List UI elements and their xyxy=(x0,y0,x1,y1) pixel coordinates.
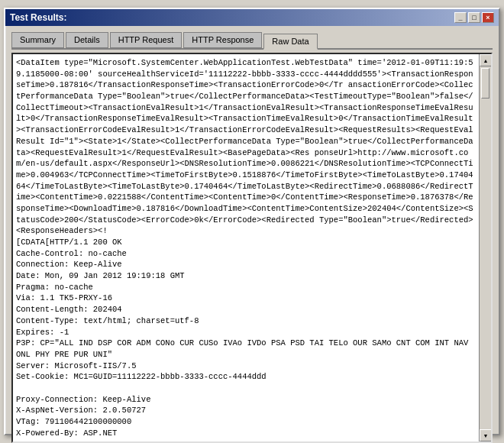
tab-raw-data[interactable]: Raw Data xyxy=(263,34,317,50)
tab-details[interactable]: Details xyxy=(66,32,108,48)
window-close-button[interactable]: × xyxy=(482,12,494,23)
window-body: Summary Details HTTP Request HTTP Respon… xyxy=(5,26,499,443)
scroll-down-button[interactable]: ▼ xyxy=(480,429,492,441)
tab-bar: Summary Details HTTP Request HTTP Respon… xyxy=(11,32,493,50)
minimize-button[interactable]: _ xyxy=(454,12,467,23)
tab-http-request[interactable]: HTTP Request xyxy=(110,32,183,48)
test-results-window: Test Results: _ □ × Summary Details HTTP… xyxy=(4,8,500,435)
title-bar-buttons: _ □ × xyxy=(454,12,494,23)
scroll-up-button[interactable]: ▲ xyxy=(480,54,492,66)
tab-http-response[interactable]: HTTP Response xyxy=(183,32,262,48)
title-bar: Test Results: _ □ × xyxy=(5,9,499,26)
tab-summary[interactable]: Summary xyxy=(11,32,64,48)
scrollbar[interactable]: ▲ ▼ xyxy=(479,54,491,441)
scroll-track[interactable] xyxy=(480,66,491,429)
maximize-button[interactable]: □ xyxy=(468,12,480,23)
window-title: Test Results: xyxy=(10,12,66,23)
scroll-thumb[interactable] xyxy=(481,68,489,99)
raw-data-text[interactable]: <DataItem type="Microsoft.SystemCenter.W… xyxy=(13,54,479,441)
content-area: <DataItem type="Microsoft.SystemCenter.W… xyxy=(11,53,493,443)
